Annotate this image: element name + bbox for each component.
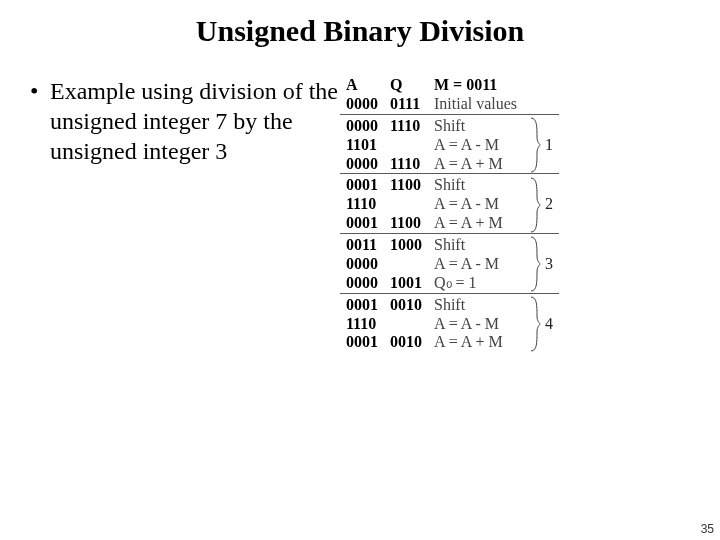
cell-op: Initial values — [428, 95, 523, 114]
brace-icon — [523, 176, 543, 233]
cell-op: A = A - M — [428, 195, 523, 214]
cell-op: Q₀ = 1 — [428, 274, 523, 293]
cell-Q: 1000 — [384, 236, 428, 255]
cell-op: Shift — [428, 296, 523, 315]
cell-Q — [384, 315, 428, 334]
cell-Q: 1110 — [384, 117, 428, 136]
cell-A: 0000 — [340, 95, 384, 114]
cell-A: 0011 — [340, 236, 384, 255]
table-row: 0000 0111 Initial values — [340, 95, 559, 114]
division-table: A Q M = 0011 0000 0111 Initial values 00… — [340, 76, 720, 352]
table-row: 0001 0010 Shift 4 — [340, 296, 559, 315]
hdr-Q: Q — [384, 76, 428, 95]
page-title: Unsigned Binary Division — [0, 14, 720, 48]
cell-A: 1110 — [340, 315, 384, 334]
cell-A: 0001 — [340, 214, 384, 233]
content-row: • Example using division of the unsigned… — [0, 76, 720, 352]
cell-Q: 0111 — [384, 95, 428, 114]
cell-op: Shift — [428, 236, 523, 255]
list-item: • Example using division of the unsigned… — [30, 76, 340, 166]
step-number: 2 — [543, 176, 559, 233]
step-number: 3 — [543, 236, 559, 293]
cell-op: A = A + M — [428, 214, 523, 233]
cell-A: 0000 — [340, 255, 384, 274]
cell-A: 0000 — [340, 155, 384, 174]
cell-Q: 1100 — [384, 176, 428, 195]
brace-icon — [523, 117, 543, 174]
cell-A: 0001 — [340, 296, 384, 315]
cell-A: 0001 — [340, 333, 384, 352]
cell-Q — [384, 255, 428, 274]
table-header: A Q M = 0011 — [340, 76, 559, 95]
cell-A: 1110 — [340, 195, 384, 214]
hdr-A: A — [340, 76, 384, 95]
table-row: 0000 1110 Shift 1 — [340, 117, 559, 136]
cell-Q: 0010 — [384, 333, 428, 352]
step-number: 4 — [543, 296, 559, 353]
bullet-text: Example using division of the unsigned i… — [50, 76, 340, 166]
cell-op: A = A - M — [428, 255, 523, 274]
brace-icon — [523, 236, 543, 293]
cell-Q: 1100 — [384, 214, 428, 233]
cell-Q — [384, 136, 428, 155]
cell-op: A = A + M — [428, 155, 523, 174]
cell-op: Shift — [428, 176, 523, 195]
step-number: 1 — [543, 117, 559, 174]
cell-Q: 1110 — [384, 155, 428, 174]
hdr-M: M = 0011 — [428, 76, 523, 95]
cell-A: 1101 — [340, 136, 384, 155]
cell-op: Shift — [428, 117, 523, 136]
bullet-icon: • — [30, 76, 50, 166]
cell-op: A = A - M — [428, 315, 523, 334]
cell-Q — [384, 195, 428, 214]
table-row: 0011 1000 Shift 3 — [340, 236, 559, 255]
brace-icon — [523, 296, 543, 353]
page-number: 35 — [701, 522, 714, 536]
cell-A: 0000 — [340, 274, 384, 293]
cell-A: 0001 — [340, 176, 384, 195]
cell-op: A = A - M — [428, 136, 523, 155]
cell-Q: 0010 — [384, 296, 428, 315]
bullet-list: • Example using division of the unsigned… — [0, 76, 340, 352]
cell-op: A = A + M — [428, 333, 523, 352]
cell-Q: 1001 — [384, 274, 428, 293]
table-row: 0001 1100 Shift 2 — [340, 176, 559, 195]
cell-A: 0000 — [340, 117, 384, 136]
